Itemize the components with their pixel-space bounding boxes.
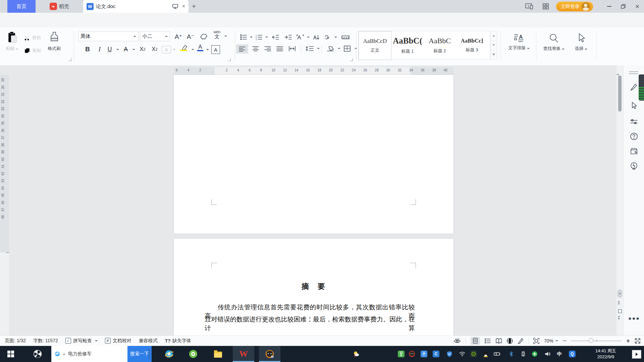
abstract-heading[interactable]: 摘 要 bbox=[174, 282, 453, 292]
font-size-select[interactable]: 小二 bbox=[140, 32, 170, 41]
tray-bluetooth-icon[interactable] bbox=[508, 351, 515, 357]
borders-button[interactable] bbox=[341, 44, 353, 53]
tab-document[interactable]: W 论文.doc × bbox=[83, 0, 189, 13]
close-document-icon[interactable]: × bbox=[182, 3, 185, 9]
text-effects-button[interactable]: A bbox=[162, 46, 171, 53]
cat-app-taskbar-icon[interactable]: R bbox=[259, 346, 280, 362]
align-center-button[interactable] bbox=[250, 44, 261, 53]
highlight-color-button[interactable] bbox=[180, 44, 190, 51]
italic-button[interactable]: I bbox=[95, 45, 104, 54]
fit-page-button[interactable] bbox=[533, 338, 539, 344]
zoom-out-button[interactable]: − bbox=[563, 337, 567, 345]
tab-ruler-button[interactable] bbox=[340, 33, 351, 42]
font-color-dropdown-icon[interactable] bbox=[206, 49, 209, 50]
tray-volume-icon[interactable] bbox=[544, 351, 551, 357]
style-heading3[interactable]: AaBbCc] 标题 3 bbox=[456, 31, 488, 59]
notification-center-button[interactable] bbox=[632, 350, 641, 359]
decrease-font-button[interactable]: A⁻ bbox=[185, 32, 196, 41]
align-left-button[interactable] bbox=[236, 44, 248, 54]
justify-button[interactable] bbox=[274, 44, 285, 53]
page-indicator[interactable]: 页面: 1/32 bbox=[5, 338, 26, 344]
cursor-tool-icon[interactable] bbox=[630, 102, 638, 110]
underline-dropdown-icon[interactable] bbox=[116, 49, 119, 50]
taskbar-search-text[interactable]: 电力抢修车 bbox=[68, 351, 92, 357]
page-1[interactable] bbox=[174, 75, 453, 234]
strikethrough-dropdown-icon[interactable] bbox=[132, 49, 135, 50]
scroll-down-icon[interactable] bbox=[617, 289, 623, 298]
tray-sogou-icon[interactable]: Q bbox=[569, 351, 576, 357]
eye-protection-icon[interactable] bbox=[453, 338, 461, 344]
select-button[interactable]: 选择 bbox=[570, 33, 592, 52]
zoom-in-button[interactable]: + bbox=[626, 337, 630, 345]
spell-check-toggle[interactable]: ✓ 拼写检查 bbox=[65, 338, 98, 344]
bullets-dropdown-icon[interactable] bbox=[250, 37, 253, 38]
shading-dropdown-icon[interactable] bbox=[338, 48, 340, 49]
ie-browser-icon[interactable] bbox=[161, 346, 177, 362]
login-button[interactable]: 立即登录 bbox=[556, 2, 593, 11]
tray-antivirus-icon[interactable] bbox=[531, 351, 538, 357]
pinyin-guide-button[interactable]: wén 文 bbox=[211, 30, 223, 39]
bullet-list-button[interactable] bbox=[239, 33, 248, 42]
highlight-dropdown-icon[interactable] bbox=[192, 49, 194, 50]
adjust-settings-icon[interactable] bbox=[630, 118, 638, 126]
smart-tips-icon[interactable] bbox=[630, 162, 638, 170]
pinwheel-app-icon[interactable] bbox=[28, 346, 47, 362]
minimize-button[interactable] bbox=[602, 0, 616, 13]
fullscreen-button[interactable] bbox=[635, 338, 641, 344]
character-border-button[interactable]: A bbox=[211, 45, 220, 54]
word-count[interactable]: 字数: 11572 bbox=[33, 338, 58, 344]
text-layout-dropdown-icon[interactable] bbox=[527, 48, 530, 49]
numbered-list-button[interactable]: 123 bbox=[254, 33, 264, 42]
paragraph-dialog-launcher[interactable] bbox=[350, 58, 353, 61]
clipboard-dialog-launcher[interactable] bbox=[69, 58, 71, 61]
format-painter-button[interactable]: 格式刷 bbox=[48, 32, 61, 52]
tray-qq-icon[interactable] bbox=[482, 351, 489, 357]
increase-font-button[interactable]: A⁺ bbox=[173, 32, 184, 41]
outline-view-button[interactable] bbox=[485, 338, 491, 344]
tray-driver-icon[interactable]: C bbox=[433, 351, 439, 357]
borders-dropdown-icon[interactable] bbox=[355, 48, 357, 49]
ink-annotation-button[interactable] bbox=[518, 338, 524, 344]
style-normal[interactable]: AaBbCcD 正文 bbox=[359, 31, 391, 60]
apps-grid-icon[interactable] bbox=[543, 3, 549, 9]
line-spacing-button[interactable] bbox=[304, 44, 315, 53]
horizontal-ruler[interactable]: 642246810121416182022242628303234363840 bbox=[174, 67, 453, 75]
skill-shop-icon[interactable] bbox=[630, 147, 638, 155]
close-window-button[interactable]: × bbox=[631, 0, 644, 13]
file-explorer-icon[interactable] bbox=[210, 346, 226, 362]
tray-battery-icon[interactable] bbox=[494, 351, 500, 357]
copy-button[interactable]: 复制 bbox=[24, 48, 41, 54]
font-name-select[interactable]: 黑体 bbox=[78, 32, 139, 41]
paste-button[interactable]: ​粘贴 bbox=[6, 32, 18, 52]
page-2[interactable]: 摘 要 传统办法管理信息首先需要花费的时间比较多，其次数据出错率比较高，而 且对… bbox=[174, 239, 453, 336]
decrease-indent-button[interactable] bbox=[270, 33, 280, 42]
ime-indicator[interactable]: 中 bbox=[556, 351, 563, 357]
panel-more-icon[interactable]: ●●● bbox=[628, 315, 640, 321]
previous-page-button[interactable] bbox=[618, 301, 620, 304]
underline-button[interactable]: U bbox=[105, 45, 114, 54]
paste-dropdown-icon[interactable] bbox=[16, 49, 18, 50]
page-view-button[interactable] bbox=[471, 337, 480, 345]
panel-drag-handle[interactable] bbox=[629, 71, 638, 74]
wps-office-taskbar-icon[interactable]: W bbox=[233, 346, 254, 362]
superscript-button[interactable]: X2 bbox=[137, 45, 148, 54]
vertical-ruler[interactable]: 2930313233343536373839404142434445464748 bbox=[0, 75, 9, 336]
zoom-slider-handle[interactable] bbox=[589, 338, 593, 343]
vertical-scrollbar[interactable] bbox=[616, 65, 623, 336]
select-dropdown-icon[interactable] bbox=[585, 49, 587, 50]
font-color-button[interactable]: A bbox=[196, 44, 205, 51]
paragraph-line[interactable]: 且对错误的数据进行更改也比较困难，最后，检索数据费事费力。因此，在计算 bbox=[205, 315, 415, 333]
missing-font-button[interactable]: T? 缺失字体 bbox=[165, 338, 191, 344]
font-dialog-launcher[interactable] bbox=[228, 58, 231, 61]
align-right-button[interactable] bbox=[262, 44, 273, 53]
zoom-slider[interactable] bbox=[571, 341, 622, 341]
numbering-dropdown-icon[interactable] bbox=[265, 37, 268, 38]
styles-scroll-down-icon[interactable] bbox=[491, 41, 497, 50]
character-scaling-button[interactable] bbox=[295, 33, 305, 42]
help-icon[interactable] bbox=[630, 132, 638, 140]
tray-red-cat-icon[interactable] bbox=[409, 351, 415, 357]
tray-wifi-icon[interactable] bbox=[459, 351, 466, 357]
tab-docer[interactable]: ❧ 稻壳 bbox=[40, 0, 79, 13]
browser-360-icon[interactable] bbox=[185, 346, 201, 362]
taskbar-search[interactable]: 电力抢修车 搜索一下 bbox=[51, 346, 152, 362]
